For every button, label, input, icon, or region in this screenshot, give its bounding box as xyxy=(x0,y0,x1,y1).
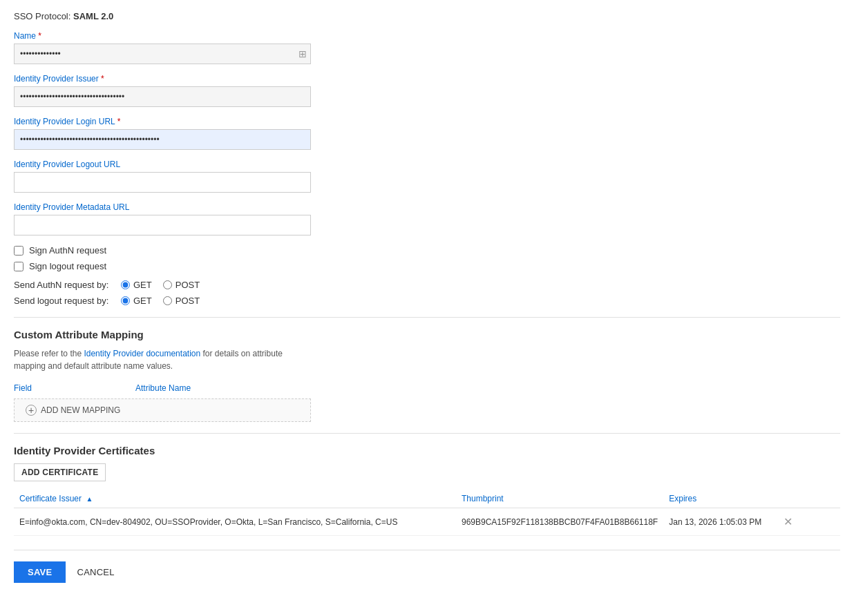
certificates-section: Identity Provider Certificates ADD CERTI… xyxy=(14,445,840,536)
sign-logout-label[interactable]: Sign logout request xyxy=(29,261,106,271)
table-row: E=info@okta.com, CN=dev-804902, OU=SSOPr… xyxy=(14,508,840,536)
authn-post-radio[interactable] xyxy=(163,280,172,289)
cert-delete-button[interactable]: ✕ xyxy=(779,514,797,530)
section-divider-2 xyxy=(14,433,840,434)
sign-authn-label[interactable]: Sign AuthN request xyxy=(29,245,106,256)
attribute-col-header: Attribute Name xyxy=(135,383,191,393)
name-input[interactable] xyxy=(14,44,311,64)
certificates-table: Certificate Issuer ▲ Thumbprint Expires … xyxy=(14,490,840,536)
sign-logout-checkbox-group: Sign logout request xyxy=(14,261,840,271)
custom-attribute-mapping-title: Custom Attribute Mapping xyxy=(14,329,840,340)
sso-protocol-label: SSO Protocol: xyxy=(14,11,70,21)
logout-get-label[interactable]: GET xyxy=(133,296,152,306)
send-logout-label: Send logout request by: xyxy=(14,296,121,306)
mapping-column-headers: Field Attribute Name xyxy=(14,383,840,393)
idp-metadata-url-group: Identity Provider Metadata URL xyxy=(14,202,840,235)
name-label: Name * xyxy=(14,31,840,41)
idp-issuer-group: Identity Provider Issuer * xyxy=(14,74,840,107)
idp-docs-link[interactable]: Identity Provider documentation xyxy=(84,349,200,358)
idp-login-url-label: Identity Provider Login URL * xyxy=(14,117,840,126)
idp-logout-url-label: Identity Provider Logout URL xyxy=(14,160,840,169)
custom-attribute-mapping-section: Custom Attribute Mapping Please refer to… xyxy=(14,329,840,422)
idp-metadata-url-input[interactable] xyxy=(14,215,311,235)
cert-thumbprint-cell: 969B9CA15F92F118138BBCB07F4FA01B8B66118F xyxy=(456,508,663,536)
add-mapping-label: ADD NEW MAPPING xyxy=(41,405,120,415)
footer-actions: SAVE CANCEL xyxy=(14,561,840,583)
idp-issuer-label: Identity Provider Issuer * xyxy=(14,74,840,84)
sign-authn-checkbox-group: Sign AuthN request xyxy=(14,245,840,256)
idp-issuer-input[interactable] xyxy=(14,86,311,107)
sort-icon: ▲ xyxy=(86,495,93,503)
authn-post-option[interactable]: POST xyxy=(163,280,200,290)
certificates-title: Identity Provider Certificates xyxy=(14,445,840,456)
cert-thumbprint-col-header: Thumbprint xyxy=(456,490,663,508)
sign-authn-checkbox[interactable] xyxy=(14,246,23,256)
send-authn-radio-group: Send AuthN request by: GET POST xyxy=(14,280,840,290)
authn-post-label[interactable]: POST xyxy=(175,280,200,290)
add-mapping-icon: + xyxy=(26,405,37,416)
idp-login-url-group: Identity Provider Login URL * xyxy=(14,117,840,150)
send-logout-radio-group: Send logout request by: GET POST xyxy=(14,296,840,306)
copy-icon: ⊞ xyxy=(298,48,307,59)
sso-protocol-info: SSO Protocol: SAML 2.0 xyxy=(14,11,840,21)
footer-divider xyxy=(14,550,840,550)
logout-get-radio[interactable] xyxy=(121,296,130,305)
authn-get-option[interactable]: GET xyxy=(121,280,152,290)
send-authn-label: Send AuthN request by: xyxy=(14,280,121,290)
logout-post-option[interactable]: POST xyxy=(163,296,200,306)
add-new-mapping-button[interactable]: + ADD NEW MAPPING xyxy=(14,398,311,422)
save-button[interactable]: SAVE xyxy=(14,561,66,583)
sso-protocol-value: SAML 2.0 xyxy=(73,11,113,21)
idp-logout-url-input[interactable] xyxy=(14,172,311,193)
cert-expires-cell: Jan 13, 2026 1:05:03 PM xyxy=(663,508,774,536)
cert-issuer-cell: E=info@okta.com, CN=dev-804902, OU=SSOPr… xyxy=(14,508,456,536)
sign-logout-checkbox[interactable] xyxy=(14,262,23,271)
cert-action-col-header xyxy=(774,490,840,508)
logout-post-label[interactable]: POST xyxy=(175,296,200,306)
idp-logout-url-group: Identity Provider Logout URL xyxy=(14,160,840,193)
authn-get-label[interactable]: GET xyxy=(133,280,152,290)
idp-login-url-input[interactable] xyxy=(14,129,311,150)
name-field-group: Name * ⊞ xyxy=(14,31,840,64)
logout-post-radio[interactable] xyxy=(163,296,172,305)
name-input-wrapper: ⊞ xyxy=(14,44,311,64)
section-divider-1 xyxy=(14,317,840,318)
cert-issuer-col-header: Certificate Issuer ▲ xyxy=(14,490,456,508)
add-certificate-button[interactable]: ADD CERTIFICATE xyxy=(14,463,106,481)
idp-metadata-url-label: Identity Provider Metadata URL xyxy=(14,202,840,212)
custom-attribute-mapping-description: Please refer to the Identity Provider do… xyxy=(14,347,311,372)
logout-get-option[interactable]: GET xyxy=(121,296,152,306)
authn-get-radio[interactable] xyxy=(121,280,130,289)
cancel-button[interactable]: CANCEL xyxy=(74,561,117,583)
cert-expires-col-header: Expires xyxy=(663,490,774,508)
field-col-header: Field xyxy=(14,383,32,393)
